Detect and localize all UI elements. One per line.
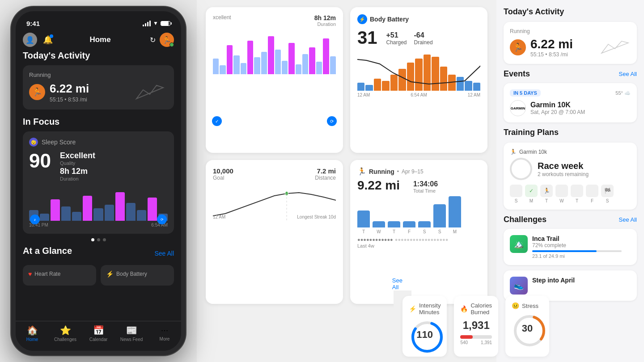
nav-more[interactable]: ··· More — [148, 325, 181, 342]
heart-rate-title: ♥ Heart Rate — [28, 270, 91, 278]
nav-news-feed[interactable]: 📰 News Feed — [115, 325, 148, 342]
calories-current: 540 — [460, 340, 468, 345]
bb-time-start: 12 AM — [357, 93, 370, 97]
sleep-duration-label: Duration — [60, 176, 95, 181]
rp-event-top: IN 5 DAYS 55° ☁️ — [510, 89, 631, 97]
running-header: 🏃 Running • Apr 9–15 — [357, 167, 480, 176]
running-icon: 🏃 — [29, 84, 45, 100]
heart-rate-card[interactable]: ♥ Heart Rate — [23, 265, 96, 286]
main-cards: xcellent 8h 12m Duration — [197, 0, 496, 362]
refresh-button[interactable]: ↻ — [145, 33, 160, 47]
steps-streak: Longest Streak 10d — [297, 215, 336, 219]
rp-events-see-all[interactable]: See All — [619, 71, 637, 77]
sleep-score: 90 — [29, 151, 51, 171]
calories-title: 🔥 Calories Burned — [460, 302, 492, 316]
tp-icon-m: ✓ — [525, 185, 538, 197]
running-distance: 9.22 mi — [357, 178, 400, 193]
user-avatar[interactable]: 👤 — [23, 33, 37, 47]
steps-goal-label: Goal — [213, 175, 233, 181]
run-bar-t1 — [357, 210, 370, 228]
rp-challenges-header: Challenges See All — [504, 215, 637, 224]
nav-home[interactable]: 🏠 Home — [16, 325, 49, 342]
charged-value: +51 — [386, 31, 407, 39]
intensity-minutes-card: ⚡ Intensity Minutes 110 — [402, 296, 447, 357]
body-battery-card[interactable]: ⚡ Body Battery — [101, 265, 174, 286]
tp-day-m: ✓ M — [525, 185, 538, 203]
at-glance-title: At a Glance — [23, 246, 72, 256]
running-period: • — [397, 168, 399, 175]
tp-icon-f — [586, 185, 598, 197]
bottom-stats: See All ⚡ Intensity Minutes 110 🔥 Calori… — [394, 290, 411, 362]
sleep-icon: 😴 — [29, 138, 38, 147]
rp-meta: 55:15 • 8:53 /mi — [530, 51, 573, 58]
challenge1-dist: 23.1 of 24.9 mi — [532, 253, 622, 259]
day-w: W — [373, 229, 385, 234]
challenge1-bar-bg — [532, 250, 622, 252]
phone-wrapper: 9:41 ▼ 👤 🔔 Home — [0, 0, 197, 362]
sleep-stats: 90 Excellent Quality 8h 12m Duration — [29, 151, 168, 181]
tp-phase: Race week — [538, 161, 589, 171]
tp-day-f: F — [586, 185, 598, 203]
intensity-icon: ⚡ — [409, 305, 416, 312]
challenges-icon: ⭐ — [60, 325, 71, 336]
tp-progress-circle — [510, 158, 532, 180]
rp-activity-row: 🏃 6.22 mi 55:15 • 8:53 /mi — [510, 37, 631, 58]
step-into-april-img: 👟 — [510, 277, 528, 295]
profile-avatar[interactable]: 🏃 — [160, 33, 174, 47]
sleep-dashboard-card: xcellent 8h 12m Duration — [206, 7, 343, 153]
sleep-chart: z ⟳ — [29, 185, 168, 221]
notifications-bell[interactable]: 🔔 — [41, 33, 55, 47]
steps-dashboard-card: 10,000 Goal 7.2 mi Distance 12 AM Longes… — [206, 160, 343, 304]
running-chart — [357, 196, 480, 227]
tp-plan-name: Garmin 10k — [519, 149, 547, 155]
event-name: Garmin 10K — [530, 101, 585, 109]
stress-value: 30 — [522, 323, 533, 334]
charged-label: Charged — [386, 39, 407, 46]
nav-more-label: More — [160, 337, 170, 341]
event-badge: IN 5 DAYS — [510, 89, 541, 97]
body-battery-dashboard-card: ⚡ Body Battery 31 +51 Charged -64 Draine… — [350, 7, 487, 153]
page-dot-3[interactable] — [103, 238, 106, 241]
page-dot-1[interactable] — [91, 238, 94, 241]
steps-distance-label: Distance — [315, 175, 336, 181]
tp-day-s1: S — [510, 185, 522, 203]
running-days: T W T F S S M — [357, 229, 480, 234]
garmin-logo: GARMIN — [510, 100, 526, 116]
tp-icon-s1 — [510, 185, 522, 197]
body-battery-title: ⚡ Body Battery — [106, 270, 169, 278]
tp-icon-s2: 🏁 — [601, 185, 614, 197]
body-battery-stats: 31 +51 Charged -64 Drained — [357, 28, 480, 48]
sleep-header: 😴 Sleep Score — [29, 138, 168, 147]
sleep-duration-label-desktop: Duration — [314, 21, 336, 27]
phone-nav-bar: 👤 🔔 Home ↻ 🏃 — [16, 31, 181, 51]
challenge1-name: Inca Trail — [532, 235, 622, 242]
activity-stats: 55:15 • 8:53 /mi — [50, 97, 89, 103]
intensity-circle: 110 — [409, 319, 441, 350]
activity-distance: 6.22 mi — [50, 82, 89, 96]
body-battery-widget-icon: ⚡ — [357, 14, 367, 24]
rp-run-icon: 🏃 — [510, 39, 526, 55]
see-all-link[interactable]: See All — [154, 250, 174, 257]
signal-icon — [143, 21, 151, 26]
activity-card: Running 🏃 6.22 mi 55:15 • 8:53 /mi — [23, 65, 174, 109]
day-t2: T — [388, 229, 400, 234]
glance-cards: ♥ Heart Rate ⚡ Body Battery — [23, 265, 174, 286]
calories-icon: 🔥 — [460, 305, 468, 312]
stress-icon: 😐 — [512, 302, 519, 309]
nav-home-label: Home — [26, 337, 38, 342]
nav-calendar[interactable]: 📅 Calendar — [82, 325, 115, 342]
running-title: Running — [369, 168, 394, 175]
chart-end-icon: ⟳ — [327, 116, 337, 126]
running-dots-row: ●●●●●●●●●●●●●●●●●●●●●●●●●●●●●● — [357, 237, 480, 242]
stats-see-all[interactable]: See All — [392, 277, 402, 290]
tp-day-t: 🏃 T — [540, 185, 553, 203]
bb-times: 12 AM 6:54 AM 12 AM — [357, 93, 480, 97]
run-bar-t2 — [388, 221, 400, 227]
rp-challenges-see-all[interactable]: See All — [619, 216, 637, 223]
nav-news-feed-label: News Feed — [120, 337, 143, 342]
page-dot-2[interactable] — [97, 238, 100, 241]
inca-trail-img: 🏔️ — [510, 235, 528, 253]
tp-day-w: W — [555, 185, 568, 203]
battery-icon-blue: ⚡ — [106, 270, 114, 278]
nav-challenges[interactable]: ⭐ Challenges — [49, 325, 82, 342]
